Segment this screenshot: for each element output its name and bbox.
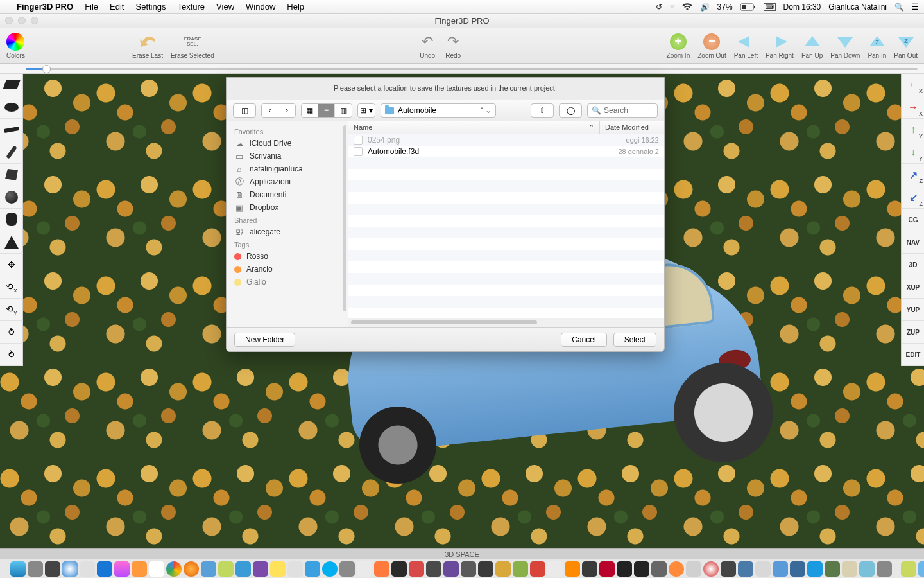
menu-file[interactable]: File bbox=[85, 2, 98, 12]
dock-app-31[interactable] bbox=[842, 561, 857, 577]
share-button[interactable]: ⇧ bbox=[531, 103, 554, 118]
dock-mail[interactable] bbox=[80, 561, 95, 577]
forward-button[interactable]: › bbox=[278, 104, 295, 117]
dock-app-17[interactable] bbox=[495, 561, 511, 577]
dock-app-27[interactable] bbox=[755, 561, 771, 577]
dock-app-25[interactable] bbox=[721, 561, 736, 577]
dock-app-5[interactable] bbox=[270, 561, 286, 577]
menu-edit[interactable]: Edit bbox=[110, 2, 124, 12]
tool-rotate-z[interactable]: ⥁ bbox=[0, 321, 23, 344]
pan-left-button[interactable]: Pan Left bbox=[732, 31, 760, 60]
dock-app-14[interactable] bbox=[443, 561, 459, 577]
tool-slab[interactable] bbox=[0, 119, 23, 141]
axis-neg-y[interactable]: ↑Y bbox=[902, 119, 924, 141]
spotlight-icon[interactable]: 🔍 bbox=[894, 3, 904, 12]
tool-cone[interactable] bbox=[0, 231, 23, 254]
column-view-button[interactable]: ▥ bbox=[335, 104, 352, 117]
dock-blender[interactable] bbox=[669, 561, 684, 577]
pan-out-button[interactable]: ZPan Out bbox=[891, 31, 920, 60]
dock-vlc[interactable] bbox=[565, 561, 580, 577]
axis-neg-z[interactable]: ↗Z bbox=[902, 164, 924, 186]
dock-app-1[interactable] bbox=[201, 561, 216, 577]
view-3d[interactable]: 3D bbox=[902, 254, 924, 276]
view-xup[interactable]: XUP bbox=[902, 276, 924, 299]
dock-app-7[interactable] bbox=[305, 561, 320, 577]
dock-ibooks[interactable] bbox=[132, 561, 147, 577]
tag-arancio[interactable]: Arancio bbox=[227, 263, 348, 276]
menu-window[interactable]: Window bbox=[246, 2, 275, 12]
tool-rod[interactable] bbox=[0, 141, 23, 164]
wifi-icon[interactable] bbox=[682, 3, 692, 11]
dock-app-12[interactable] bbox=[409, 561, 424, 577]
back-button[interactable]: ‹ bbox=[262, 104, 278, 117]
tool-move[interactable]: ✥ bbox=[0, 254, 23, 276]
view-yup[interactable]: YUP bbox=[902, 299, 924, 321]
dock-app-13[interactable] bbox=[426, 561, 441, 577]
tool-rotate-y[interactable]: ⟲Y bbox=[0, 299, 23, 321]
dock-xcode[interactable] bbox=[807, 561, 823, 577]
tag-giallo[interactable]: Giallo bbox=[227, 276, 348, 288]
menu-texture[interactable]: Texture bbox=[177, 2, 205, 12]
tool-ellipse[interactable] bbox=[0, 96, 23, 119]
tool-rotate-free[interactable]: ⥁ bbox=[0, 344, 23, 366]
dock-downloads[interactable] bbox=[901, 561, 916, 577]
sidebar-alicegate[interactable]: 🖳alicegate bbox=[227, 225, 348, 238]
sidebar-toggle-button[interactable]: ◫ bbox=[233, 103, 256, 118]
tool-cylinder[interactable] bbox=[0, 209, 23, 231]
pan-right-button[interactable]: Pan Right bbox=[763, 31, 796, 60]
pan-down-button[interactable]: Pan Down bbox=[828, 31, 862, 60]
erase-selected-button[interactable]: ERASE SEL. Erase Selected bbox=[168, 31, 217, 60]
zoom-slider[interactable] bbox=[0, 64, 924, 74]
dock-app-23[interactable] bbox=[686, 561, 701, 577]
path-popup[interactable]: Automobile ⌃⌄ bbox=[381, 103, 496, 118]
zoom-out-button[interactable]: −Zoom Out bbox=[695, 31, 728, 60]
dock-app-8[interactable] bbox=[339, 561, 355, 577]
column-name[interactable]: Name⌃ bbox=[348, 121, 600, 134]
colors-button[interactable]: Colors bbox=[4, 31, 28, 60]
sidebar-icloud[interactable]: ☁iCloud Drive bbox=[227, 137, 348, 150]
dock-itunes[interactable] bbox=[114, 561, 130, 577]
dock-app-6[interactable] bbox=[287, 561, 303, 577]
dock-terminal[interactable] bbox=[617, 561, 632, 577]
search-input[interactable] bbox=[604, 106, 653, 115]
menu-help[interactable]: Help bbox=[287, 2, 304, 12]
menubar-app-name[interactable]: Finger3D PRO bbox=[17, 2, 73, 12]
dock-app-26[interactable] bbox=[738, 561, 753, 577]
cancel-button[interactable]: Cancel bbox=[561, 333, 606, 347]
column-date[interactable]: Date Modified bbox=[600, 121, 664, 134]
dock-preferences[interactable] bbox=[877, 561, 892, 577]
file-row[interactable]: Automobile.f3d28 gennaio 2 bbox=[348, 146, 664, 157]
select-button[interactable]: Select bbox=[613, 333, 656, 347]
dock-app-28[interactable] bbox=[773, 561, 788, 577]
view-edit[interactable]: EDIT bbox=[902, 344, 924, 366]
zoom-in-button[interactable]: +Zoom In bbox=[664, 31, 693, 60]
dock-photos[interactable] bbox=[149, 561, 164, 577]
horizontal-scrollbar[interactable] bbox=[348, 318, 664, 327]
redo-button[interactable]: ↷ Redo bbox=[441, 31, 465, 60]
volume-icon[interactable]: 🔊 bbox=[700, 3, 710, 12]
tag-rosso[interactable]: Rosso bbox=[227, 250, 348, 263]
dock-skype[interactable] bbox=[322, 561, 338, 577]
menubar-datetime[interactable]: Dom 16:30 bbox=[783, 3, 821, 12]
keyboard-layout-icon[interactable]: ⌨︎ bbox=[764, 3, 776, 11]
dock-app-19[interactable] bbox=[547, 561, 563, 577]
dock-app-32[interactable] bbox=[859, 561, 875, 577]
axis-neg-x[interactable]: ←X bbox=[902, 74, 924, 96]
view-nav[interactable]: NAV bbox=[902, 231, 924, 254]
dock-finder[interactable] bbox=[10, 561, 26, 577]
dock-chrome[interactable] bbox=[166, 561, 182, 577]
dock-app-3[interactable] bbox=[235, 561, 251, 577]
dock-app-9[interactable] bbox=[357, 561, 372, 577]
window-traffic-lights[interactable] bbox=[5, 17, 38, 24]
sidebar-dropbox[interactable]: ▣Dropbox bbox=[227, 201, 348, 214]
dock-app-24[interactable] bbox=[703, 561, 719, 577]
close-icon[interactable] bbox=[5, 17, 13, 24]
slider-thumb[interactable] bbox=[42, 65, 51, 73]
erase-last-button[interactable]: Erase Last bbox=[130, 31, 166, 60]
sidebar-applications[interactable]: ⒶApplicazioni bbox=[227, 175, 348, 188]
bluetooth-icon[interactable]: ⌔ bbox=[670, 3, 674, 12]
dock-launchpad[interactable] bbox=[28, 561, 43, 577]
axis-pos-y[interactable]: ↓Y bbox=[902, 141, 924, 164]
tool-polygon[interactable] bbox=[0, 164, 23, 186]
dock-app-4[interactable] bbox=[253, 561, 268, 577]
